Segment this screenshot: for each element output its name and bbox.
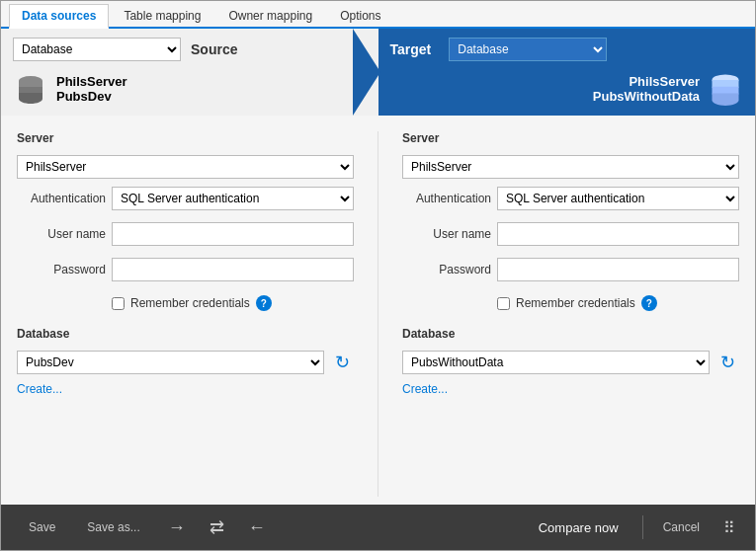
source-database-label: Database: [17, 327, 354, 341]
source-help-icon[interactable]: ?: [256, 295, 272, 311]
source-target-header: Database Source PhilsServer PubsDev: [1, 29, 755, 116]
source-label-block: Database Source PhilsServer PubsDev: [13, 38, 367, 107]
source-create-link[interactable]: Create...: [17, 382, 354, 396]
exchange-button[interactable]: ⇄: [198, 505, 236, 550]
source-label: Source: [191, 41, 237, 57]
target-db-name: PubsWithoutData: [593, 89, 700, 104]
source-remember-label: Remember credentials: [130, 296, 250, 310]
source-remember-checkbox[interactable]: [112, 297, 125, 310]
source-server-label: Server: [17, 131, 354, 145]
source-form: Server PhilsServer Authentication SQL Se…: [17, 131, 354, 497]
target-auth-select[interactable]: SQL Server authentication Windows authen…: [497, 187, 739, 210]
source-row: Database Source: [13, 38, 367, 61]
target-db-info: PhilsServer PubsWithoutData: [593, 74, 700, 104]
source-server-select[interactable]: PhilsServer: [17, 155, 354, 179]
source-db-info: PhilsServer PubsDev: [56, 74, 127, 104]
source-password-input[interactable]: [112, 258, 354, 281]
form-divider: [378, 131, 378, 497]
toolbar-more-icon[interactable]: ⠿: [715, 518, 743, 537]
main-content: Server PhilsServer Authentication SQL Se…: [1, 116, 755, 505]
source-username-input[interactable]: [112, 222, 354, 246]
target-db-icon: [708, 71, 743, 107]
target-panel: Target Database PhilsServer PubsWithoutD…: [378, 29, 756, 116]
back-button[interactable]: ←: [236, 505, 278, 550]
source-panel: Database Source PhilsServer PubsDev: [1, 29, 378, 116]
source-type-dropdown[interactable]: Database: [13, 38, 181, 61]
compare-now-button[interactable]: Compare now: [519, 505, 638, 550]
target-server-name: PhilsServer: [629, 74, 700, 89]
target-remember-row: Remember credentials ?: [497, 295, 739, 311]
tab-data-sources[interactable]: Data sources: [9, 4, 109, 29]
cancel-button[interactable]: Cancel: [647, 505, 715, 550]
target-help-icon[interactable]: ?: [641, 295, 657, 311]
tab-table-mapping[interactable]: Table mapping: [111, 4, 213, 27]
source-db-icon: [13, 71, 48, 107]
save-as-button[interactable]: Save as...: [71, 505, 155, 550]
source-db-name: PubsDev: [56, 89, 127, 104]
target-remember-label: Remember credentials: [516, 296, 635, 310]
forward-button[interactable]: →: [156, 505, 198, 550]
toolbar-separator: [642, 515, 643, 539]
target-row: Target Database: [390, 38, 744, 61]
target-type-dropdown[interactable]: Database: [449, 38, 607, 61]
target-password-row: Password: [402, 258, 739, 281]
target-username-input[interactable]: [497, 222, 739, 246]
target-label-block: Target Database PhilsServer PubsWithoutD…: [390, 38, 744, 107]
source-auth-select[interactable]: SQL Server authentication Windows authen…: [112, 187, 354, 210]
target-remember-checkbox[interactable]: [497, 297, 510, 310]
bottom-toolbar: Save Save as... → ⇄ ← Compare now Cancel…: [1, 505, 755, 550]
target-username-label: User name: [402, 227, 491, 241]
target-password-label: Password: [402, 263, 491, 276]
source-database-select[interactable]: PubsDev: [17, 351, 324, 374]
source-remember-row: Remember credentials ?: [112, 295, 354, 311]
tab-bar: Data sources Table mapping Owner mapping…: [1, 1, 755, 29]
target-form: Server PhilsServer Authentication SQL Se…: [402, 131, 739, 497]
target-password-input[interactable]: [497, 258, 739, 281]
target-database-row: PubsWithoutData ↻: [402, 351, 739, 374]
target-server-label: Server: [402, 131, 739, 145]
source-database-row: PubsDev ↻: [17, 351, 354, 374]
target-label: Target: [390, 41, 432, 57]
tab-owner-mapping[interactable]: Owner mapping: [215, 4, 325, 27]
target-database-label: Database: [402, 327, 739, 341]
target-create-link[interactable]: Create...: [402, 382, 739, 396]
target-server-select[interactable]: PhilsServer: [402, 155, 739, 179]
target-refresh-icon[interactable]: ↻: [715, 351, 739, 374]
target-auth-row: Authentication SQL Server authentication…: [402, 187, 739, 210]
source-auth-row: Authentication SQL Server authentication…: [17, 187, 354, 210]
source-refresh-icon[interactable]: ↻: [330, 351, 354, 374]
target-username-row: User name: [402, 222, 739, 246]
source-server-name: PhilsServer: [56, 74, 127, 89]
source-auth-label: Authentication: [17, 192, 106, 205]
source-password-label: Password: [17, 263, 106, 276]
source-username-label: User name: [17, 227, 106, 241]
target-database-select[interactable]: PubsWithoutData: [402, 351, 710, 374]
source-password-row: Password: [17, 258, 354, 281]
save-button[interactable]: Save: [13, 505, 71, 550]
tab-options[interactable]: Options: [327, 4, 393, 27]
source-username-row: User name: [17, 222, 354, 246]
target-auth-label: Authentication: [402, 192, 491, 205]
